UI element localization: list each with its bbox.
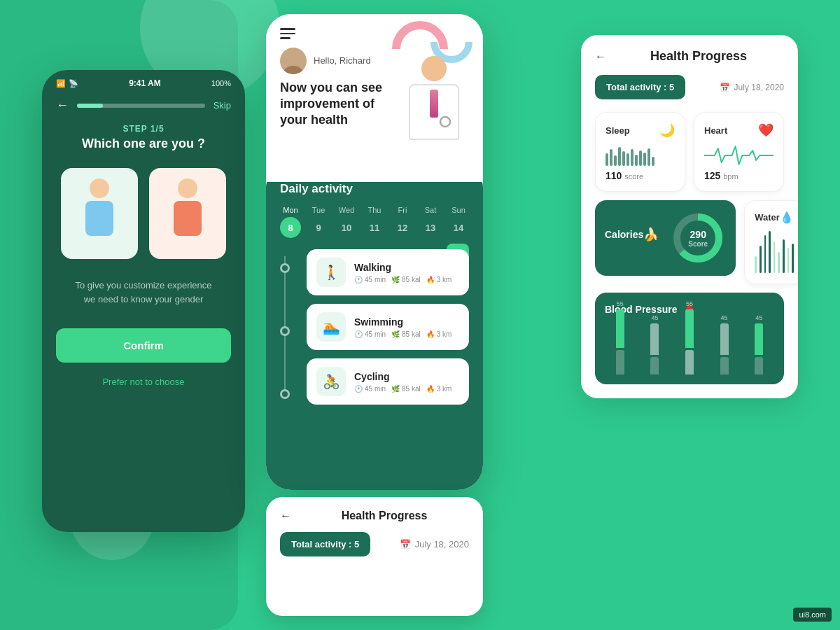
activity-cycling[interactable]: 🚴 Cycling 🕐 45 min 🌿 85 kal 🔥 3 km: [307, 358, 469, 405]
sleep-bar-6: [626, 153, 629, 166]
phone2-top: Hello, Richard Now you can see improveme…: [266, 14, 483, 182]
activity-swimming[interactable]: 🏊 Swimming 🕐 45 min 🌿 85 kal 🔥 3 km: [307, 304, 469, 350]
female-head: [178, 178, 197, 198]
water-bar-4: [769, 231, 771, 273]
water-label: Water: [755, 212, 780, 223]
water-bar-7: [783, 239, 785, 273]
swimming-kal: 🌿 85 kal: [391, 330, 421, 338]
timeline-dot-3: [280, 389, 290, 399]
doctor-tie: [430, 90, 438, 118]
male-card[interactable]: [61, 168, 138, 259]
walking-kal: 🌿 85 kal: [391, 276, 421, 284]
heart-card: Heart ❤️ 125 bpm: [694, 112, 784, 192]
walking-info: Walking 🕐 45 min 🌿 85 kal 🔥 3 km: [354, 262, 459, 284]
water-bar-3: [764, 235, 766, 273]
water-bar-9: [792, 244, 794, 273]
water-bar-1: [755, 256, 757, 273]
cycling-icon: 🚴: [323, 373, 340, 390]
heart-header: Heart ❤️: [704, 122, 774, 138]
calories-label: Calories: [605, 229, 643, 240]
activity-walking[interactable]: 🚶 Walking 🕐 45 min 🌿 85 kal 🔥 3 km: [307, 249, 469, 295]
heart-icon: ❤️: [758, 122, 774, 138]
activity-list: + 🚶 Walking 🕐 45 min 🌿 85 kal 🔥 3 km: [280, 249, 469, 405]
skip-button[interactable]: Skip: [214, 100, 231, 111]
male-head: [90, 178, 109, 198]
calories-header: Calories 🍌: [605, 227, 659, 242]
hp-top-row: Total activity : 5 📅 July 18, 2020: [595, 75, 784, 99]
water-header: Water 💧: [755, 211, 794, 224]
battery-level: 100%: [211, 79, 231, 88]
sleep-label: Sleep: [606, 125, 630, 136]
avatar: [280, 48, 307, 74]
swimming-time: 🕐 45 min: [354, 330, 386, 338]
cycling-km: 🔥 3 km: [426, 385, 452, 393]
sleep-bar-4: [618, 147, 621, 166]
cycling-info: Cycling 🕐 45 min 🌿 85 kal 🔥 3 km: [354, 371, 459, 393]
gender-cards: [42, 168, 245, 259]
female-figure: [163, 178, 212, 248]
sleep-bar-2: [610, 149, 612, 166]
day-fri[interactable]: Fri 12: [392, 206, 413, 238]
timeline-dot-2: [280, 326, 290, 336]
day-selector: Mon 8 Tue 9 Wed 10 Thu 11 Fri 12 Sat 13: [280, 206, 469, 238]
hp-row-small: Total activity : 5 📅 July 18, 2020: [280, 532, 469, 556]
walking-icon: 🚶: [323, 264, 340, 281]
subtext: To give you customize experience we need…: [42, 279, 245, 306]
day-wed[interactable]: Wed 10: [336, 206, 357, 238]
total-activity-badge: Total activity : 5: [595, 75, 685, 99]
day-mon[interactable]: Mon 8: [280, 206, 301, 238]
doctor-body: [406, 56, 462, 154]
step-label: STEP 1/5: [42, 124, 245, 134]
day-sat[interactable]: Sat 13: [420, 206, 441, 238]
calories-value: 290 Score: [688, 229, 708, 248]
phone1-header: ← Skip: [42, 92, 245, 118]
walking-time: 🕐 45 min: [354, 276, 386, 284]
avatar-svg: [280, 48, 307, 74]
bp-bar-4b: [720, 357, 729, 374]
swimming-info: Swimming 🕐 45 min 🌿 85 kal 🔥 3 km: [354, 316, 459, 338]
timeline-dot-1: [280, 263, 290, 273]
greeting-block: Hello, Richard: [314, 55, 371, 66]
back-icon[interactable]: ←: [56, 98, 69, 113]
health-progress-panel: ← Health Progress Total activity : 5 📅 J…: [581, 35, 798, 398]
water-bar-5: [774, 241, 776, 273]
hp-header-small: ← Health Progress: [280, 510, 469, 522]
prefer-not-button[interactable]: Prefer not to choose: [42, 377, 245, 387]
water-bars: [755, 231, 794, 273]
bp-bar-1a: [616, 309, 624, 348]
day-tue[interactable]: Tue 9: [308, 206, 329, 238]
doctor-coat: [409, 84, 459, 140]
heart-wave: [704, 145, 774, 166]
health-progress-small: ← Health Progress Total activity : 5 📅 J…: [266, 497, 483, 616]
sleep-heart-grid: Sleep 🌙 110 score: [595, 112, 784, 192]
bp-group-4: 45: [709, 314, 740, 374]
sleep-card: Sleep 🌙 110 score: [595, 112, 685, 192]
doctor-illustration: [385, 21, 476, 161]
progress-bar: [77, 104, 205, 108]
sleep-bar-7: [631, 149, 634, 166]
swimming-name: Swimming: [354, 316, 459, 328]
date-badge-small: 📅 July 18, 2020: [400, 539, 469, 550]
cycling-stats: 🕐 45 min 🌿 85 kal 🔥 3 km: [354, 385, 459, 393]
male-figure: [75, 178, 124, 248]
female-card[interactable]: [149, 168, 226, 259]
calories-icon: 🍌: [643, 227, 659, 242]
male-body: [85, 201, 113, 236]
day-sun[interactable]: Sun 14: [448, 206, 469, 238]
cycling-name: Cycling: [354, 371, 459, 382]
hp-back-button[interactable]: ←: [595, 50, 606, 63]
bp-bar-2a: [650, 323, 659, 355]
confirm-button[interactable]: Confirm: [56, 328, 231, 363]
hp-back-small[interactable]: ←: [280, 510, 291, 522]
date-info: 📅 July 18, 2020: [720, 83, 784, 92]
activity-walking-wrapper: + 🚶 Walking 🕐 45 min 🌿 85 kal 🔥 3 km: [290, 249, 469, 295]
sleep-bar-10: [643, 153, 646, 167]
sleep-bar-3: [614, 155, 617, 166]
day-thu[interactable]: Thu 11: [364, 206, 385, 238]
heart-value: 125 bpm: [704, 170, 774, 181]
walking-stats: 🕐 45 min 🌿 85 kal 🔥 3 km: [354, 276, 459, 284]
water-card: Water 💧: [744, 200, 798, 284]
hamburger-line-1: [280, 28, 295, 30]
bp-bar-5a: [755, 323, 763, 355]
calendar-icon-small: 📅: [400, 539, 411, 550]
